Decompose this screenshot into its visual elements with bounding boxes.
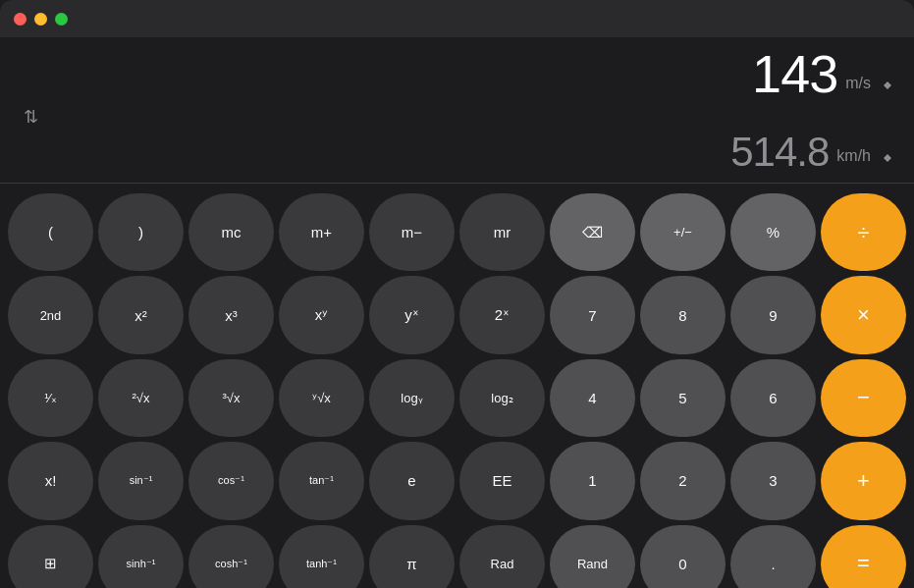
btn-5-button[interactable]: 5 xyxy=(640,359,726,437)
buttons-area: ()mcm+m−mr⌫+/−%÷2ndx²x³xʸyˣ2ˣ789×¹⁄ₓ²√x³… xyxy=(0,187,914,588)
btn-m_-button[interactable]: m− xyxy=(369,193,455,271)
btn-m_-button[interactable]: m+ xyxy=(279,193,364,271)
btn-___-button[interactable]: ¹⁄ₓ xyxy=(8,359,93,437)
btn-Rad-button[interactable]: Rad xyxy=(459,525,545,588)
button-row-0: ()mcm+m−mr⌫+/−%÷ xyxy=(8,193,906,271)
secondary-unit: km/h xyxy=(836,147,871,165)
btn-_-button[interactable]: = xyxy=(821,525,906,588)
button-row-1: 2ndx²x³xʸyˣ2ˣ789× xyxy=(8,276,906,353)
btn-__x-button[interactable]: ²√x xyxy=(98,359,184,437)
btn-x_-button[interactable]: x³ xyxy=(188,276,274,353)
btn-Rand-button[interactable]: Rand xyxy=(550,525,635,588)
btn-7-button[interactable]: 7 xyxy=(550,276,635,353)
btn-_-button[interactable]: + xyxy=(821,442,906,519)
btn-_-button[interactable]: . xyxy=(730,525,816,588)
btn-x_-button[interactable]: xʸ xyxy=(279,276,364,353)
btn-_-button[interactable]: π xyxy=(369,525,455,588)
button-row-3: x!sin⁻¹cos⁻¹tan⁻¹eEE123+ xyxy=(8,442,906,519)
btn-y_-button[interactable]: yˣ xyxy=(369,276,455,353)
btn-cosh__-button[interactable]: cosh⁻¹ xyxy=(188,525,274,588)
divider xyxy=(0,183,914,184)
close-button[interactable] xyxy=(14,13,27,26)
btn-__x-button[interactable]: ³√x xyxy=(188,359,274,437)
btn-sinh__-button[interactable]: sinh⁻¹ xyxy=(98,525,184,588)
btn-8-button[interactable]: 8 xyxy=(640,276,726,353)
btn-cos__-button[interactable]: cos⁻¹ xyxy=(188,442,274,519)
btn-log_-button[interactable]: log₂ xyxy=(459,359,545,437)
btn-3-button[interactable]: 3 xyxy=(730,442,816,519)
btn-sin__-button[interactable]: sin⁻¹ xyxy=(98,442,184,519)
title-bar xyxy=(0,0,914,37)
btn-1-button[interactable]: 1 xyxy=(550,442,635,519)
btn-mc-button[interactable]: mc xyxy=(188,193,274,271)
btn-__x-button[interactable]: ʸ√x xyxy=(279,359,364,437)
btn-_-button[interactable]: ⌫ xyxy=(550,193,635,271)
button-row-4: ⊞sinh⁻¹cosh⁻¹tanh⁻¹πRadRand0.= xyxy=(8,525,906,588)
button-row-2: ¹⁄ₓ²√x³√xʸ√xlogᵧlog₂456− xyxy=(8,359,906,437)
minimize-button[interactable] xyxy=(34,13,47,26)
btn-e-button[interactable]: e xyxy=(369,442,455,519)
display-area: 143 m/s ⇅ 514.8 km/h xyxy=(0,37,914,183)
sort-icon-row: ⇅ xyxy=(18,104,896,132)
btn-x_-button[interactable]: x! xyxy=(8,442,93,519)
btn-___-button[interactable]: +/− xyxy=(640,193,726,271)
btn-log_-button[interactable]: logᵧ xyxy=(369,359,455,437)
btn-tan__-button[interactable]: tan⁻¹ xyxy=(279,442,364,519)
btn-_-button[interactable]: − xyxy=(821,359,906,437)
primary-display-row: 143 m/s xyxy=(18,47,896,100)
btn-x_-button[interactable]: x² xyxy=(98,276,184,353)
primary-value: 143 xyxy=(752,47,837,100)
btn-EE-button[interactable]: EE xyxy=(459,442,545,519)
btn-2_-button[interactable]: 2ˣ xyxy=(459,276,545,353)
btn-2nd-button[interactable]: 2nd xyxy=(8,276,93,353)
btn-0-button[interactable]: 0 xyxy=(640,525,726,588)
btn-tanh__-button[interactable]: tanh⁻¹ xyxy=(279,525,364,588)
secondary-value: 514.8 xyxy=(730,132,829,173)
primary-unit-stepper[interactable] xyxy=(879,77,896,94)
btn-_-button[interactable]: × xyxy=(821,276,906,353)
btn-6-button[interactable]: 6 xyxy=(730,359,816,437)
swap-icon[interactable]: ⇅ xyxy=(24,106,38,128)
secondary-display-row: 514.8 km/h xyxy=(18,132,896,173)
secondary-unit-stepper[interactable] xyxy=(879,149,896,167)
btn-_-button[interactable]: ) xyxy=(98,193,184,271)
btn-_-button[interactable]: % xyxy=(730,193,816,271)
btn-_-button[interactable]: ÷ xyxy=(821,193,906,271)
btn-2-button[interactable]: 2 xyxy=(640,442,726,519)
btn-9-button[interactable]: 9 xyxy=(730,276,816,353)
maximize-button[interactable] xyxy=(55,13,68,26)
btn-_-button[interactable]: ⊞ xyxy=(8,525,93,588)
btn-mr-button[interactable]: mr xyxy=(459,193,545,271)
primary-unit: m/s xyxy=(845,75,871,92)
btn-_-button[interactable]: ( xyxy=(8,193,93,271)
btn-4-button[interactable]: 4 xyxy=(550,359,635,437)
